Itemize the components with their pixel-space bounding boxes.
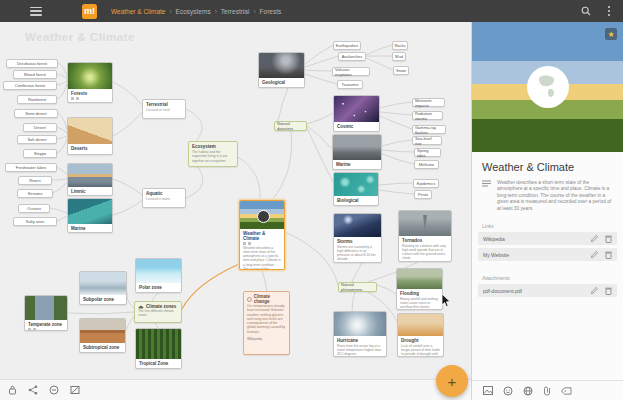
limnic-image bbox=[68, 164, 112, 187]
node-aquatic[interactable]: Aquatic Located in water bbox=[142, 188, 186, 208]
node-terrestrial[interactable]: Terrestrial Located on land bbox=[142, 99, 186, 119]
node-rocks[interactable]: Rocks bbox=[392, 41, 408, 50]
node-mixed-forest[interactable]: Mixed forest bbox=[13, 70, 57, 79]
node-rainforest[interactable]: Rainforest bbox=[17, 95, 57, 104]
node-rivers[interactable]: Rivers bbox=[18, 176, 52, 185]
node-climate-change[interactable]: Climate change Our temperatures already … bbox=[243, 291, 290, 355]
edit-link-icon[interactable] bbox=[591, 235, 598, 243]
node-hurricane[interactable]: Hurricane Rises from the ocean fog at a … bbox=[333, 311, 387, 357]
search-icon[interactable] bbox=[581, 6, 591, 16]
delete-link-icon[interactable] bbox=[605, 251, 612, 259]
node-forests[interactable]: Forests bbox=[67, 62, 113, 103]
node-streams[interactable]: Streams bbox=[17, 189, 53, 198]
delete-attachment-icon[interactable] bbox=[605, 287, 612, 295]
node-subtropical-zone[interactable]: Subtropical zone bbox=[79, 318, 126, 353]
node-avalanches[interactable]: Avalanches bbox=[338, 52, 366, 61]
subpolar-zone-image bbox=[80, 272, 126, 295]
add-topic-button[interactable]: + bbox=[436, 365, 468, 397]
node-weather-climate-root[interactable]: Weather & Climate Weather describes a sh… bbox=[239, 200, 285, 270]
node-storms[interactable]: Storms Storms are caused by a high diffe… bbox=[333, 213, 382, 263]
node-cosmic[interactable]: Cosmic bbox=[333, 95, 380, 132]
presentation-mode-icon[interactable] bbox=[70, 385, 80, 395]
zoom-out-icon[interactable] bbox=[49, 385, 59, 395]
node-deciduous-forest[interactable]: Deciduous forest bbox=[6, 59, 58, 68]
node-meteorite-impacts[interactable]: Meteorite impacts bbox=[412, 98, 445, 107]
subtropical-zone-image bbox=[80, 319, 125, 343]
node-methane[interactable]: Methane bbox=[414, 160, 439, 169]
drought-image bbox=[398, 314, 443, 336]
node-deserts[interactable]: Deserts bbox=[67, 117, 113, 155]
add-attachment-icon[interactable] bbox=[543, 386, 551, 396]
node-climate-zones[interactable]: Climate zones The five different climate… bbox=[134, 301, 182, 323]
node-freshwater-lakes[interactable]: Freshwater lakes bbox=[5, 163, 57, 172]
node-spring-tides[interactable]: Spring tides bbox=[414, 148, 441, 157]
root-image bbox=[240, 201, 284, 229]
delete-link-icon[interactable] bbox=[605, 235, 612, 243]
topic-note: Weather describes a short-term state of … bbox=[497, 180, 613, 212]
lock-icon[interactable] bbox=[8, 385, 17, 395]
node-salt-desert[interactable]: Salt desert bbox=[17, 135, 57, 144]
node-tsunamis[interactable]: Tsunamis bbox=[337, 80, 363, 89]
menu-icon[interactable] bbox=[30, 7, 42, 16]
node-geological[interactable]: Geological bbox=[258, 52, 305, 88]
node-mud[interactable]: Mud bbox=[392, 52, 406, 61]
breadcrumb-item-terrestrial[interactable]: Terrestrial bbox=[221, 8, 250, 15]
mindmap-canvas[interactable]: Weather & Climate bbox=[0, 22, 471, 400]
node-oceans[interactable]: Oceans bbox=[18, 204, 50, 213]
more-options-icon[interactable] bbox=[607, 5, 611, 17]
app-logo[interactable]: m! bbox=[82, 4, 97, 19]
link-wikipedia[interactable]: Wikipedia bbox=[483, 236, 591, 242]
breadcrumb-separator: › bbox=[169, 8, 171, 15]
node-temperate-zone[interactable]: Temperate zone bbox=[24, 295, 68, 331]
node-salty-seas[interactable]: Salty seas bbox=[13, 217, 57, 226]
breadcrumb-map-title[interactable]: Weather & Climate bbox=[111, 8, 165, 15]
attachment-pdf-document[interactable]: pdf-document.pdf bbox=[483, 288, 591, 294]
favorite-star-icon[interactable]: ★ bbox=[605, 28, 617, 40]
biological-image bbox=[334, 173, 378, 196]
node-volcanic-eruptions[interactable]: Volcanic eruptions bbox=[332, 67, 370, 76]
node-epidemics[interactable]: Epidemics bbox=[413, 179, 439, 188]
node-semi-desert[interactable]: Semi desert bbox=[14, 109, 58, 118]
geological-image bbox=[259, 53, 304, 78]
node-pests[interactable]: Pests bbox=[414, 190, 432, 199]
add-label-tag-icon[interactable] bbox=[561, 387, 572, 395]
node-desert[interactable]: Desert bbox=[23, 123, 57, 132]
topic-inspector-panel: ★ Weather & Climate Weather describes a … bbox=[471, 22, 623, 400]
add-image-icon[interactable] bbox=[483, 386, 493, 395]
edit-link-icon[interactable] bbox=[591, 251, 598, 259]
edit-attachment-icon[interactable] bbox=[591, 287, 598, 295]
share-map-icon[interactable] bbox=[28, 385, 38, 395]
node-gamma-ray-flashes[interactable]: Gamma-ray flashes bbox=[412, 125, 446, 134]
node-radiation-storms[interactable]: Radiation storms bbox=[412, 111, 443, 120]
node-earthquakes[interactable]: Earthquakes bbox=[333, 41, 361, 50]
node-sea-level-rise[interactable]: Sea-level rise bbox=[412, 136, 442, 145]
climate-change-link[interactable]: Wikipedia bbox=[244, 336, 289, 342]
node-tornados[interactable]: Tornados Rotating air columns with very … bbox=[398, 210, 452, 262]
node-limnic[interactable]: Limnic bbox=[67, 163, 113, 196]
node-marine-disasters[interactable]: Marine bbox=[332, 134, 382, 170]
node-biological[interactable]: Biological bbox=[333, 172, 379, 206]
node-natural-phenomena[interactable]: Natural phenomena bbox=[338, 282, 377, 292]
node-snow[interactable]: Snow bbox=[393, 66, 409, 75]
attachments-section-label: Attachments bbox=[472, 264, 623, 284]
node-steppe[interactable]: Steppe bbox=[23, 149, 57, 158]
tropical-zone-image bbox=[136, 329, 181, 359]
node-coniferous-forest[interactable]: Coniferous forest bbox=[3, 81, 57, 90]
node-ecosystem[interactable]: Ecosystem The habitat and the organisms … bbox=[188, 141, 238, 167]
node-natural-disasters[interactable]: Natural disasters bbox=[274, 121, 307, 131]
canvas-toolbar bbox=[0, 379, 471, 400]
link-my-website[interactable]: My Website bbox=[483, 252, 591, 258]
node-marine[interactable]: Marine bbox=[67, 198, 113, 233]
node-subpolar-zone[interactable]: Subpolar zone bbox=[79, 271, 127, 305]
marine-image bbox=[68, 199, 112, 224]
node-tropical-zone[interactable]: Tropical Zone bbox=[135, 328, 182, 369]
add-link-globe-icon[interactable] bbox=[523, 386, 533, 396]
polar-zone-image bbox=[136, 259, 181, 283]
node-polar-zone[interactable]: Polar zone bbox=[135, 258, 182, 293]
breadcrumb-item-ecosystems[interactable]: Ecosystems bbox=[176, 8, 211, 15]
hurricane-image bbox=[334, 312, 386, 336]
breadcrumb-item-forests[interactable]: Forests bbox=[260, 8, 282, 15]
add-emoji-icon[interactable] bbox=[503, 386, 513, 396]
node-flooding[interactable]: Flooding Heavy rainfall and melting snow… bbox=[396, 268, 443, 310]
node-drought[interactable]: Drought Lack of rainfall over a longer p… bbox=[397, 313, 444, 357]
